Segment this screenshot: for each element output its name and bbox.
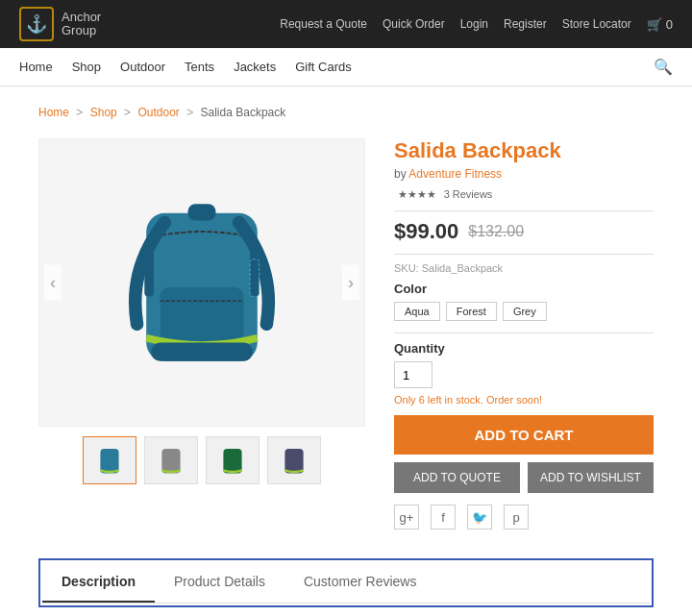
color-forest[interactable]: Forest — [446, 302, 497, 321]
current-price: $99.00 — [394, 219, 458, 244]
breadcrumb-shop[interactable]: Shop — [90, 106, 117, 119]
divider-1 — [394, 210, 654, 211]
main-image: ‹ — [38, 138, 365, 427]
divider-3 — [394, 333, 654, 333]
price-area: $99.00 $132.00 — [394, 219, 654, 244]
nav-gift-cards[interactable]: Gift Cards — [295, 60, 352, 74]
thumbnail-4[interactable] — [267, 436, 321, 484]
store-locator-link[interactable]: Store Locator — [562, 17, 631, 31]
brand-link[interactable]: Adventure Fitness — [408, 167, 502, 181]
original-price: $132.00 — [468, 223, 524, 240]
nav-shop[interactable]: Shop — [72, 60, 101, 74]
color-grey[interactable]: Grey — [503, 302, 547, 321]
nav-outdoor[interactable]: Outdoor — [120, 60, 165, 74]
add-to-quote-button[interactable]: Add To Quote — [394, 462, 520, 493]
logo-area: ⚓ Anchor Group — [19, 7, 101, 41]
request-quote-link[interactable]: Request a Quote — [280, 17, 367, 31]
product-brand: by Adventure Fitness — [394, 167, 654, 181]
thumbnail-1[interactable] — [83, 436, 136, 484]
breadcrumb-home[interactable]: Home — [38, 106, 69, 119]
review-count: 3 Reviews — [444, 188, 493, 200]
secondary-buttons: Add To Quote Add To Wishlist — [394, 462, 654, 493]
product-rating: ★★★★ 3 Reviews — [394, 186, 654, 201]
tab-customer-reviews[interactable]: Customer Reviews — [284, 562, 435, 603]
quantity-input[interactable] — [394, 361, 432, 388]
google-plus-icon[interactable]: g+ — [394, 505, 419, 530]
main-nav-links: Home Shop Outdoor Tents Jackets Gift Car… — [19, 60, 352, 74]
thumbnails — [38, 436, 365, 484]
product-image-svg — [96, 158, 308, 407]
add-to-cart-button[interactable]: Add To Cart — [394, 415, 654, 455]
nav-jackets[interactable]: Jackets — [234, 60, 276, 74]
color-options: Aqua Forest Grey — [394, 302, 654, 321]
top-bar: ⚓ Anchor Group Request a Quote Quick Ord… — [0, 0, 692, 48]
star-icons: ★★★★ — [398, 188, 436, 200]
divider-2 — [394, 254, 654, 255]
prev-image-button[interactable]: ‹ — [44, 265, 62, 301]
tab-description[interactable]: Description — [42, 562, 155, 603]
tab-product-details[interactable]: Product Details — [155, 562, 284, 603]
nav-tents[interactable]: Tents — [185, 60, 214, 74]
twitter-icon[interactable]: 🐦 — [467, 505, 492, 530]
pinterest-icon[interactable]: p — [504, 505, 529, 530]
breadcrumb: Home > Shop > Outdoor > Salida Backpack — [38, 106, 654, 119]
add-to-wishlist-button[interactable]: Add To Wishlist — [528, 462, 654, 493]
product-area: ‹ — [38, 138, 654, 530]
svg-rect-11 — [284, 449, 303, 474]
product-info: Salida Backpack by Adventure Fitness ★★★… — [394, 138, 654, 530]
main-nav: Home Shop Outdoor Tents Jackets Gift Car… — [0, 48, 692, 86]
social-icons: g+ f 🐦 p — [394, 505, 654, 530]
nav-home[interactable]: Home — [19, 60, 53, 74]
page-content: Home > Shop > Outdoor > Salida Backpack … — [0, 86, 692, 616]
color-label: Color — [394, 282, 654, 296]
thumbnail-2[interactable] — [144, 436, 198, 484]
next-image-button[interactable]: › — [342, 265, 359, 301]
product-images: ‹ — [38, 138, 365, 530]
svg-rect-9 — [161, 449, 180, 474]
svg-rect-6 — [151, 343, 253, 361]
color-aqua[interactable]: Aqua — [394, 302, 440, 321]
thumbnail-3[interactable] — [206, 436, 260, 484]
svg-rect-8 — [100, 449, 118, 474]
login-link[interactable]: Login — [460, 17, 488, 31]
register-link[interactable]: Register — [504, 17, 547, 31]
search-button[interactable]: 🔍 — [654, 58, 673, 76]
tabs-section: Description Product Details Customer Rev… — [38, 558, 654, 607]
quick-order-link[interactable]: Quick Order — [383, 17, 445, 31]
cart-icon[interactable]: 🛒0 — [647, 17, 673, 32]
svg-rect-10 — [223, 449, 241, 474]
tabs-header: Description Product Details Customer Rev… — [42, 562, 650, 604]
svg-rect-5 — [250, 250, 260, 296]
svg-rect-2 — [161, 287, 244, 343]
logo-icon: ⚓ — [19, 7, 54, 41]
product-sku: SKU: Salida_Backpack — [394, 262, 654, 274]
svg-rect-4 — [144, 250, 154, 296]
top-nav-links: Request a Quote Quick Order Login Regist… — [280, 17, 673, 32]
breadcrumb-current: Salida Backpack — [201, 106, 286, 119]
product-title: Salida Backpack — [394, 138, 654, 163]
quantity-label: Quantity — [394, 341, 654, 356]
brand-name: Anchor Group — [62, 11, 101, 38]
svg-rect-1 — [188, 204, 216, 220]
breadcrumb-outdoor[interactable]: Outdoor — [137, 106, 179, 119]
stock-warning: Only 6 left in stock. Order soon! — [394, 394, 654, 406]
facebook-icon[interactable]: f — [431, 505, 456, 530]
